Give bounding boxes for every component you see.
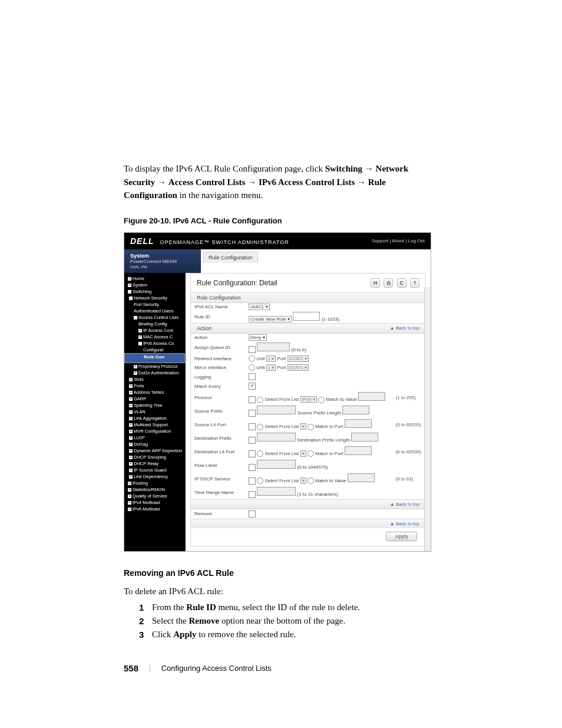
dstprefix-check[interactable] bbox=[249, 437, 256, 444]
apply-button[interactable]: Apply bbox=[386, 532, 417, 541]
nav-item[interactable]: +LLDP bbox=[124, 434, 185, 441]
back-to-top-link-2[interactable]: ▲ Back to top bbox=[390, 502, 419, 507]
protocol-list-select[interactable]: IPv6 ▾ bbox=[300, 396, 317, 403]
tree-toggle-icon[interactable]: + bbox=[138, 329, 142, 332]
matchevery-check[interactable]: ✔ bbox=[249, 383, 256, 390]
nav-item[interactable]: +Spanning Tree bbox=[124, 402, 185, 409]
tree-toggle-icon[interactable]: + bbox=[134, 371, 137, 375]
tree-toggle-icon[interactable]: + bbox=[129, 456, 133, 459]
nav-item[interactable]: +Routing bbox=[124, 480, 185, 486]
tree-toggle-icon[interactable]: + bbox=[129, 423, 133, 427]
tree-toggle-icon[interactable]: = bbox=[128, 277, 131, 281]
nav-item[interactable]: +Link Aggregation bbox=[124, 415, 185, 421]
nav-item[interactable]: +Link Dependency bbox=[124, 473, 185, 480]
tree-toggle-icon[interactable]: + bbox=[128, 284, 131, 287]
ipdscp-value-input[interactable] bbox=[348, 473, 375, 482]
tree-toggle-icon[interactable]: + bbox=[129, 443, 133, 446]
tree-toggle-icon[interactable]: + bbox=[129, 469, 133, 472]
tree-toggle-icon[interactable]: + bbox=[128, 501, 131, 505]
timerange-check[interactable] bbox=[249, 491, 256, 498]
nav-item[interactable]: +System bbox=[124, 282, 185, 288]
ruleid-input[interactable] bbox=[293, 312, 320, 321]
vertical-scrollbar[interactable] bbox=[424, 287, 431, 551]
tree-toggle-icon[interactable]: - bbox=[134, 316, 137, 319]
tree-toggle-icon[interactable]: + bbox=[138, 335, 142, 339]
nav-item[interactable]: Port Security bbox=[124, 301, 185, 308]
print-icon[interactable]: ⎙ bbox=[384, 278, 393, 288]
tree-toggle-icon[interactable]: + bbox=[128, 495, 131, 498]
tree-toggle-icon[interactable]: + bbox=[129, 391, 133, 394]
tree-toggle-icon[interactable]: + bbox=[129, 410, 133, 414]
nav-tree[interactable]: =Home+System-Switching-Network SecurityP… bbox=[124, 273, 186, 551]
nav-item[interactable]: +IP Access Cont bbox=[124, 327, 185, 334]
ruleid-select[interactable]: Create New Rule ▾ bbox=[249, 316, 292, 322]
nav-item[interactable]: +VLAN bbox=[124, 409, 185, 415]
tree-toggle-icon[interactable]: + bbox=[134, 365, 137, 368]
nav-item[interactable]: +Statistics/RMON bbox=[124, 486, 185, 493]
action-select[interactable]: Deny ▾ bbox=[249, 334, 267, 341]
dstl4-radio2[interactable] bbox=[308, 450, 314, 457]
mirror-unit-select[interactable]: 1 ▾ bbox=[266, 364, 276, 371]
assign-queue-check[interactable] bbox=[249, 346, 256, 353]
help-icon[interactable]: ? bbox=[410, 278, 419, 288]
dstprefix-input[interactable] bbox=[257, 433, 296, 442]
nav-item[interactable]: +Ports bbox=[124, 383, 185, 389]
remove-check[interactable] bbox=[249, 510, 256, 518]
nav-item[interactable]: Rule Con bbox=[124, 353, 185, 363]
nav-item[interactable]: -IPv6 Access Co bbox=[124, 340, 185, 347]
tree-toggle-icon[interactable]: + bbox=[129, 417, 133, 420]
nav-item[interactable]: +MVR Configuration bbox=[124, 428, 185, 434]
nav-item[interactable]: Binding Config bbox=[124, 321, 185, 327]
nav-item[interactable]: +Dot1ag bbox=[124, 441, 185, 447]
dstl4-check[interactable] bbox=[249, 450, 256, 457]
nav-item[interactable]: +IPv6 Multicast bbox=[124, 506, 185, 512]
tree-toggle-icon[interactable]: + bbox=[128, 508, 131, 511]
redirect-radio[interactable] bbox=[249, 355, 255, 362]
ipdscp-radio2[interactable] bbox=[308, 477, 314, 484]
tree-toggle-icon[interactable]: + bbox=[129, 378, 133, 381]
tree-toggle-icon[interactable]: + bbox=[129, 397, 133, 401]
nav-item[interactable]: +GARP bbox=[124, 396, 185, 402]
srcprefix-input[interactable] bbox=[257, 406, 296, 414]
nav-item[interactable]: Authenticated Users bbox=[124, 308, 185, 314]
nav-item[interactable]: =Home bbox=[124, 275, 185, 282]
back-to-top-link-3[interactable]: ▲ Back to top bbox=[390, 521, 419, 526]
tree-toggle-icon[interactable]: + bbox=[128, 482, 131, 485]
nav-item[interactable]: +Quality of Service bbox=[124, 493, 185, 499]
tree-toggle-icon[interactable]: + bbox=[129, 404, 133, 407]
nav-item[interactable]: Configurat bbox=[124, 347, 185, 353]
tree-toggle-icon[interactable]: + bbox=[128, 488, 131, 492]
protocol-radio2[interactable] bbox=[318, 397, 325, 403]
nav-item[interactable]: +Proprietary Protocol bbox=[124, 363, 185, 370]
tree-toggle-icon[interactable]: + bbox=[129, 462, 133, 466]
refresh-icon[interactable]: C bbox=[397, 278, 406, 288]
srcl4-list-select[interactable]: ▾ bbox=[300, 423, 306, 430]
flowlabel-input[interactable] bbox=[257, 460, 296, 469]
srcprefix-len-input[interactable] bbox=[342, 406, 369, 414]
nav-item[interactable]: +Dot1x Authentication bbox=[124, 370, 185, 376]
nav-item[interactable]: +IPv4 Multicast bbox=[124, 499, 185, 506]
flowlabel-check[interactable] bbox=[249, 464, 256, 471]
logging-check[interactable] bbox=[249, 373, 256, 380]
dstl4-radio1[interactable] bbox=[257, 450, 263, 457]
protocol-check[interactable] bbox=[249, 396, 256, 403]
nav-item[interactable]: +MAC Access C bbox=[124, 334, 185, 340]
tree-toggle-icon[interactable]: + bbox=[129, 384, 133, 388]
redirect-unit-select[interactable]: 1 ▾ bbox=[266, 355, 276, 362]
dstl4-list-select[interactable]: ▾ bbox=[300, 450, 306, 457]
timerange-input[interactable] bbox=[257, 487, 296, 496]
nav-item[interactable]: +DHCP Snooping bbox=[124, 454, 185, 460]
nav-item[interactable]: -Access Control Lists bbox=[124, 314, 185, 321]
nav-item[interactable]: +Dynamic ARP Inspection bbox=[124, 447, 185, 454]
srcl4-radio1[interactable] bbox=[257, 424, 263, 430]
tree-toggle-icon[interactable]: + bbox=[129, 436, 133, 440]
srcl4-port-input[interactable] bbox=[345, 419, 372, 428]
srcprefix-check[interactable] bbox=[249, 410, 256, 417]
tree-toggle-icon[interactable]: - bbox=[129, 297, 133, 300]
ipdscp-radio1[interactable] bbox=[257, 477, 263, 484]
mirror-radio[interactable] bbox=[249, 364, 255, 371]
dstl4-port-input[interactable] bbox=[345, 446, 372, 455]
dstprefix-len-input[interactable] bbox=[351, 433, 378, 442]
tree-toggle-icon[interactable]: - bbox=[138, 342, 142, 345]
nav-item[interactable]: +Slots bbox=[124, 376, 185, 383]
